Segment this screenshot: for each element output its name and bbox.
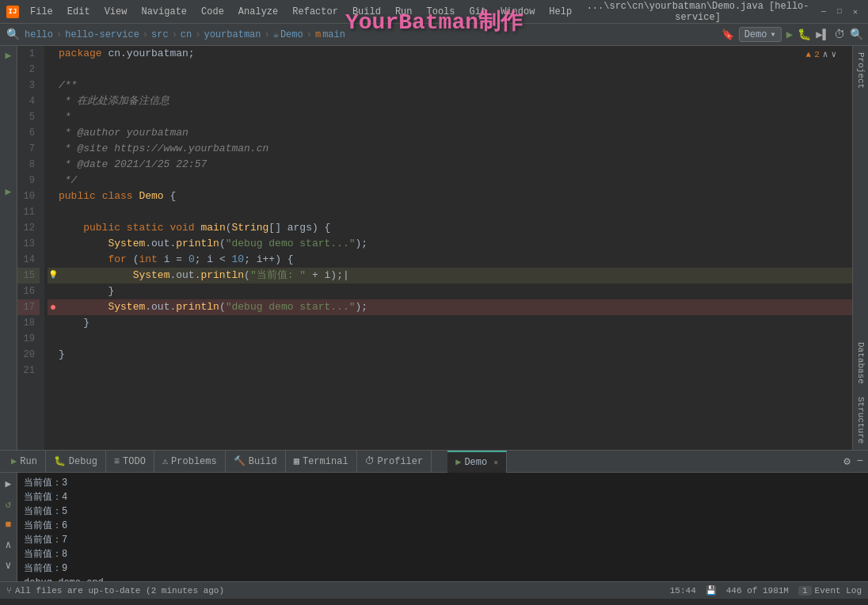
status-left: ⑂ All files are up-to-date (2 minutes ag… [6, 586, 224, 595]
profiler-icon[interactable]: ⏱ [834, 29, 845, 41]
java-file-icon: ☕ [273, 29, 279, 40]
bc-service[interactable]: hello-service [65, 29, 139, 40]
terminal-tab-label: Terminal [303, 456, 348, 467]
code-line-12: public static void main(String[] args) { [48, 220, 852, 236]
menu-file[interactable]: File [24, 5, 59, 19]
bc-cn[interactable]: cn [181, 29, 192, 40]
code-line-1: package cn.yourbatman; [48, 46, 852, 62]
bc-yourbatman[interactable]: yourbatman [204, 29, 261, 40]
tab-run[interactable]: ▶ Run [3, 451, 46, 473]
tab-close-icon[interactable]: ✕ [493, 458, 498, 467]
bc-hello[interactable]: hello [25, 29, 53, 40]
tab-terminal[interactable]: ▦ Terminal [286, 451, 357, 473]
console-output: 当前值：3 当前值：4 当前值：5 当前值：6 当前值：7 当前值：8 当前值：… [17, 473, 868, 581]
tab-profiler[interactable]: ⏱ Profiler [357, 451, 432, 473]
tab-problems[interactable]: ⚠ Problems [154, 451, 226, 473]
problems-tab-label: Problems [171, 456, 217, 467]
bc-src[interactable]: src [151, 29, 169, 40]
code-line-11 [48, 204, 852, 220]
bottom-panel: ▶ Run 🐛 Debug ≡ TODO ⚠ Problems 🔨 Build … [0, 450, 868, 581]
run-coverage-icon[interactable]: ▶▌ [816, 28, 829, 41]
code-line-9: */ [48, 173, 852, 188]
tab-debug[interactable]: 🐛 Debug [46, 451, 106, 473]
bc-main[interactable]: m main [315, 29, 345, 40]
code-editor[interactable]: 1 2 3 4 5 6 7 8 9 10 11 12 13 14 15 16 1… [17, 46, 852, 450]
console-line-7: 当前值：9 [24, 561, 862, 576]
alert-count: 2 [814, 50, 820, 59]
alert-down-icon[interactable]: ∨ [831, 49, 836, 59]
run-config-dropdown[interactable]: Demo ▾ [739, 27, 782, 42]
chevron-down-icon: ▾ [770, 29, 775, 40]
event-log-count: 1 [798, 586, 812, 595]
menu-window[interactable]: Window [494, 5, 541, 19]
run-stop-icon[interactable]: ■ [4, 517, 13, 532]
run-icon[interactable]: ▶ [786, 28, 793, 41]
run-play-icon[interactable]: ▶ [4, 476, 13, 492]
debug-tab-icon: 🐛 [54, 455, 66, 467]
window-title: ...\src\cn\yourbatman\Demo.java [hello-s… [578, 1, 817, 23]
sidebar-project[interactable]: Project [853, 46, 868, 95]
alert-indicator: ▲ 2 ∧ ∨ [806, 49, 836, 59]
debug-icon[interactable]: 🐛 [798, 28, 811, 41]
code-content[interactable]: package cn.yourbatman; /** * 在此处添加备注信息 * [44, 46, 852, 450]
bc-demo-file[interactable]: ☕ Demo [273, 29, 303, 40]
breakpoint-icon[interactable]: ● [48, 299, 59, 315]
code-line-7: * @site https://www.yourbatman.cn [48, 141, 852, 157]
filter-icon[interactable]: ☰ [2, 578, 15, 581]
bulb-icon[interactable]: 💡 [48, 268, 59, 283]
menu-run[interactable]: Run [389, 5, 419, 19]
event-log[interactable]: 1 Event Log [798, 586, 862, 595]
run-class-icon[interactable]: ▶ [6, 49, 12, 62]
todo-tab-icon: ≡ [114, 456, 120, 467]
method-icon: m [315, 29, 321, 40]
code-line-13: System.out.println("debug demo start..."… [48, 236, 852, 252]
menu-refactor[interactable]: Refactor [286, 5, 345, 19]
tab-build[interactable]: 🔨 Build [226, 451, 286, 473]
close-button[interactable]: ✕ [849, 6, 862, 18]
git-status[interactable]: All files are up-to-date (2 minutes ago) [15, 586, 224, 595]
sidebar-database[interactable]: Database [853, 336, 868, 390]
collapse-icon[interactable]: − [855, 453, 865, 470]
event-log-label: Event Log [815, 586, 862, 595]
problems-tab-icon: ⚠ [162, 455, 168, 467]
minimize-button[interactable]: — [817, 6, 830, 18]
menu-tools[interactable]: Tools [421, 5, 462, 19]
scroll-down-icon[interactable]: ∨ [4, 557, 13, 573]
run-config-label: Demo [744, 29, 767, 40]
nav-icon-group: 🔍 [5, 26, 21, 43]
console-line-8: debug demo end... [24, 576, 862, 581]
code-line-10: public class Demo { [48, 188, 852, 204]
nav-search-icon[interactable]: 🔍 [5, 26, 21, 43]
titlebar: IJ File Edit View Navigate Code Analyze … [0, 0, 868, 24]
code-line-6: * @author yourbatman [48, 125, 852, 141]
run-rerun-icon[interactable]: ↺ [4, 497, 13, 512]
code-line-2 [48, 62, 852, 78]
memory-usage[interactable]: 446 of 1981M [726, 586, 789, 595]
code-line-3: /** [48, 78, 852, 93]
code-line-5: * [48, 109, 852, 125]
settings-icon[interactable]: ⚙ [842, 453, 851, 470]
scroll-up-icon[interactable]: ∧ [4, 537, 13, 553]
menu-navigate[interactable]: Navigate [135, 5, 193, 19]
menu-help[interactable]: Help [542, 5, 578, 19]
run-tab-icon: ▶ [11, 455, 17, 467]
active-run-tab[interactable]: ▶ Demo ✕ [447, 451, 507, 473]
todo-tab-label: TODO [123, 456, 146, 467]
bookmark-icon[interactable]: 🔖 [721, 29, 734, 41]
code-line-14: for (int i = 0; i < 10; i++) { [48, 252, 852, 268]
run-tab-label: Run [20, 456, 37, 467]
maximize-button[interactable]: □ [833, 6, 846, 18]
menu-git[interactable]: Git [463, 5, 493, 19]
alert-up-icon[interactable]: ∧ [823, 49, 828, 59]
tab-todo[interactable]: ≡ TODO [106, 451, 154, 473]
sidebar-structure[interactable]: Structure [853, 390, 868, 450]
console-line-3: 当前值：5 [24, 504, 862, 519]
search-everywhere-icon[interactable]: 🔍 [850, 28, 863, 41]
menu-build[interactable]: Build [346, 5, 387, 19]
run-method-icon[interactable]: ▶ [6, 185, 12, 198]
menu-analyze[interactable]: Analyze [232, 5, 284, 19]
code-line-15: 💡 System.out.println("当前值: " + i); [48, 268, 852, 283]
menu-edit[interactable]: Edit [61, 5, 97, 19]
menu-code[interactable]: Code [195, 5, 230, 19]
menu-view[interactable]: View [98, 5, 134, 19]
